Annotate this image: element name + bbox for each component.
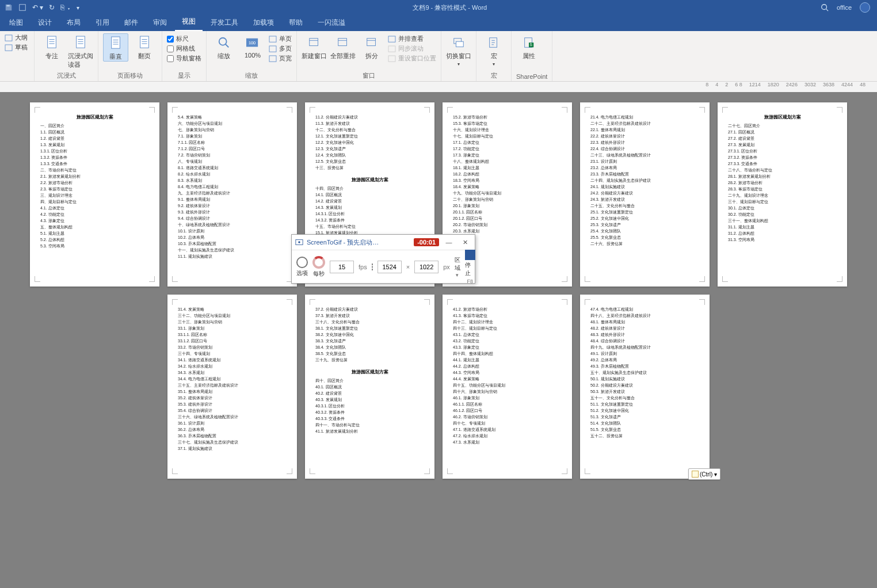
tab-邮件[interactable]: 邮件 (117, 14, 145, 31)
doc-line: 四十九、绿地系统及植物配置设计 (590, 344, 699, 350)
btn-重设窗口位置[interactable]: 重设窗口位置 (388, 54, 436, 63)
paste-icon (692, 471, 699, 478)
btn-并排查看[interactable]: 并排查看 (388, 35, 436, 43)
tab-引用[interactable]: 引用 (89, 14, 116, 31)
check-网格线[interactable]: 网格线 (167, 44, 201, 53)
page-thumbnail[interactable]: 37.2. 分期建设方案建议37.3. 旅游开发建议三十八、文化分析与整合38.… (305, 295, 434, 479)
btn-100%[interactable]: 100100% (240, 33, 265, 59)
check-导航窗格[interactable]: 导航窗格 (167, 54, 201, 63)
view-草稿[interactable]: 草稿 (5, 43, 28, 52)
group-label-window: 窗口 (302, 71, 436, 81)
options-button[interactable]: 选项 (296, 257, 308, 277)
btn-多页[interactable]: 多页 (269, 44, 292, 53)
close-button[interactable]: ✕ (459, 239, 471, 246)
btn-沉浸式阅读器[interactable]: 沉浸式阅读器 (68, 33, 93, 69)
doc-line: 36.1. 设计原则 (178, 420, 287, 426)
doc-line: 34.2. 给水排水规划 (178, 363, 287, 369)
doc-line: 15.2. 旅游市场分析 (453, 114, 562, 120)
doc-line: 四十四、整体规划构想 (453, 350, 562, 357)
btn-单页[interactable]: 单页 (269, 35, 292, 43)
doc-line: 27.3. 发展规划 (728, 142, 837, 148)
tab-布局[interactable]: 布局 (60, 14, 87, 31)
tab-审阅[interactable]: 审阅 (146, 14, 174, 31)
doc-line: 二十、形象策划与营销 (453, 196, 562, 203)
touch-mode-icon[interactable]: ⎘ ▾ (60, 3, 70, 12)
save-icon[interactable] (18, 3, 26, 12)
stop-button[interactable]: 停止F8 (465, 250, 475, 284)
region-icon[interactable] (372, 264, 373, 270)
redo-icon[interactable]: ↻ (49, 3, 55, 12)
height-input[interactable] (414, 261, 439, 273)
page-thumbnail[interactable]: 21.4. 电力电信工程规划二十二、主要经济指标及建筑设计22.1. 整体布局规… (580, 102, 710, 287)
doc-line: 51.4. 文化加团队 (590, 420, 699, 426)
btn-拆分[interactable]: 拆分 (359, 33, 384, 60)
doc-line: 1.3.1. 区位分析 (40, 148, 149, 154)
doc-line: 4.3. 形象定位 (40, 217, 149, 224)
page-thumbnail[interactable]: 旅游园区规划方案二十七、园区简介27.1. 园区概况27.2. 建设背景27.3… (718, 102, 847, 287)
page-thumbnail[interactable]: 5.4. 发展策略六、功能分区与项目规划七、形象策划与营销7.1. 形象策划7.… (167, 102, 297, 287)
doc-line: 9.2. 建筑体量设计 (178, 203, 287, 209)
tab-一闪流溢[interactable]: 一闪流溢 (311, 14, 352, 31)
doc-line: 48.1. 整体布局规划 (590, 319, 699, 325)
minimize-button[interactable]: — (443, 239, 455, 246)
tab-设计[interactable]: 设计 (31, 14, 59, 31)
page-thumbnail[interactable]: 旅游园区规划方案一、园区简介1.1. 园区概况1.2. 建设背景1.3. 发展规… (30, 102, 159, 287)
doc-line: 49.3. 乔木层植物配置 (590, 363, 699, 369)
btn-专注[interactable]: 专注 (39, 33, 64, 60)
user-label[interactable]: office (837, 4, 852, 11)
btn-缩放[interactable]: 缩放 (211, 33, 237, 60)
doc-line: 22.2. 建筑体量设计 (590, 133, 699, 139)
document-workspace[interactable]: 旅游园区规划方案一、园区简介1.1. 园区概况1.2. 建设背景1.3. 发展规… (0, 92, 877, 588)
check-标尺[interactable]: 标尺 (167, 35, 201, 43)
macros-button[interactable]: 宏▾ (481, 33, 506, 67)
doc-line: 三十四、专项规划 (178, 350, 287, 357)
doc-line: 41.3. 客源市场定位 (453, 312, 562, 319)
doc-line: 46.1. 形象策划 (453, 395, 562, 401)
doc-line: 五、整体规划构想 (40, 224, 149, 230)
doc-line: 三十九、投资估算 (315, 357, 424, 363)
btn-页宽[interactable]: 页宽 (269, 54, 292, 63)
btn-翻页[interactable]: 翻页 (132, 33, 157, 60)
btn-同步滚动[interactable]: 同步滚动 (388, 44, 436, 53)
doc-line: 二十六、投资估算 (590, 240, 699, 247)
page-thumbnail[interactable]: 47.4. 电力电信工程规划四十八、主要经济指标及建筑设计48.1. 整体布局规… (580, 295, 710, 479)
properties-button[interactable]: S属性 (516, 33, 542, 60)
doc-line: 38.5. 文化新业态 (315, 350, 424, 357)
doc-line: 49.2. 总体布局 (590, 357, 699, 363)
fps-input[interactable] (330, 261, 354, 273)
view-大纲[interactable]: 大纲 (5, 33, 28, 42)
search-icon[interactable] (821, 3, 829, 12)
screentogif-dialog[interactable]: ScreenToGif - 预先启动… -00:01 — ✕ 选项 每秒 fps… (291, 234, 475, 284)
tab-加载项[interactable]: 加载项 (246, 14, 281, 31)
doc-line: 4.1. 总体定位 (40, 205, 149, 211)
svg-rect-35 (388, 45, 395, 51)
doc-line: 43.3. 形象定位 (453, 344, 562, 350)
doc-line: 25.4. 文化加团队 (590, 228, 699, 234)
doc-line: 37.3. 旅游开发建议 (315, 312, 424, 319)
page-thumbnail[interactable]: 41.2. 旅游市场分析41.3. 客源市场定位四十二、规划设计理念四十三、规划… (443, 295, 572, 479)
page-thumbnail[interactable]: 31.4. 发展策略三十二、功能分区与项目规划三十三、形象策划与营销33.1. … (167, 295, 297, 479)
btn-全部重排[interactable]: 全部重排 (330, 33, 356, 60)
doc-line: 36.3. 乔木层植物配置 (178, 433, 287, 439)
width-input[interactable] (378, 261, 402, 273)
svg-line-22 (226, 44, 229, 48)
horizontal-ruler[interactable]: 8426 812141820242630323638424448 (0, 82, 877, 92)
tab-帮助[interactable]: 帮助 (282, 14, 310, 31)
doc-line: 二、市场分析与定位 (40, 167, 149, 173)
tab-开发工具[interactable]: 开发工具 (204, 14, 245, 31)
paste-options-button[interactable]: (Ctrl) ▾ (688, 468, 720, 480)
avatar[interactable] (860, 2, 870, 13)
doc-line: 33.2. 市场营销策划 (178, 344, 287, 350)
doc-line: 44.4. 发展策略 (453, 376, 562, 382)
doc-line: 7.2. 市场营销策划 (178, 152, 287, 158)
switch-windows-button[interactable]: 切换窗口▾ (446, 33, 471, 67)
tab-视图[interactable]: 视图 (175, 13, 203, 31)
undo-icon[interactable]: ↶ ▾ (32, 3, 43, 12)
btn-垂直[interactable]: 垂直 (103, 33, 128, 62)
fps-indicator: 每秒 (312, 256, 325, 278)
tab-绘图[interactable]: 绘图 (2, 14, 30, 31)
btn-新建窗口[interactable]: 新建窗口 (302, 33, 327, 60)
autosave-icon[interactable] (5, 3, 13, 12)
doc-line: 五十、规划实施及生态保护建议 (590, 369, 699, 376)
doc-line: 24.3. 旅游开发建议 (590, 196, 699, 203)
